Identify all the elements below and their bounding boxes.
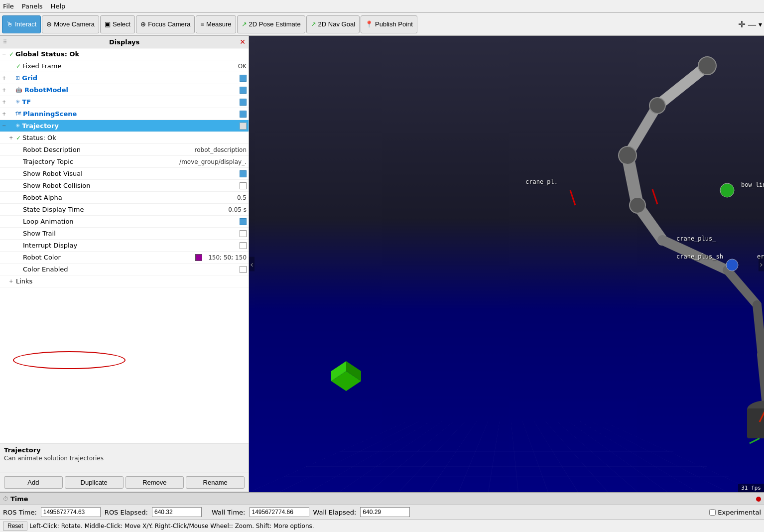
tree-item-interrupt-display[interactable]: Interrupt Display (0, 240, 249, 252)
toolbar-pose-estimate[interactable]: ↗ 2D Pose Estimate (237, 15, 305, 33)
time-clock-icon: ⏱ (3, 496, 8, 502)
tree-expand-links[interactable]: + (9, 278, 16, 284)
tree-item-fixed-frame[interactable]: ✓ Fixed Frame OK (0, 60, 249, 72)
tree-item-traj-topic[interactable]: Trajectory Topic /move_group/display_. (0, 156, 249, 168)
tree-checkbox-planningscene[interactable] (240, 111, 247, 118)
toolbar-plus-icon[interactable]: ✛ (738, 19, 746, 29)
displays-close-button[interactable]: ✕ (240, 38, 246, 46)
tree-item-traj-status[interactable]: + ✓ Status: Ok (0, 132, 249, 144)
tree-label-interrupt-display: Interrupt Display (23, 242, 130, 249)
tree-label-robot-desc: Robot Description (23, 146, 191, 153)
tree-checkbox-tf[interactable] (240, 99, 247, 106)
time-header: ⏱ Time (0, 493, 764, 505)
remove-button[interactable]: Remove (126, 476, 184, 489)
nav-goal-label: 2D Nav Goal (318, 20, 355, 28)
move-camera-label: Move Camera (54, 20, 95, 28)
tree-label-robotmodel: RobotModel (24, 86, 131, 94)
robot-color-swatch (195, 254, 202, 261)
tree-item-trajectory[interactable]: − ✓ ✳ Trajectory (0, 120, 249, 132)
tree-checkbox-grid[interactable] (240, 75, 247, 82)
tree-expand-robotmodel[interactable]: + (2, 87, 9, 93)
ros-time-input[interactable] (41, 507, 101, 517)
tree-checkbox-robotmodel[interactable] (240, 87, 247, 94)
tree-item-show-robot-visual[interactable]: Show Robot Visual (0, 168, 249, 180)
viewport-collapse-right[interactable]: › (759, 257, 764, 271)
tree-label-robot-alpha: Robot Alpha (23, 194, 233, 201)
tree-item-state-display-time[interactable]: State Display Time 0.05 s (0, 204, 249, 216)
menu-panels[interactable]: Panels (22, 2, 43, 10)
menu-file[interactable]: File (3, 2, 14, 10)
tree-checkbox-show-trail[interactable] (240, 230, 247, 237)
add-button[interactable]: Add (4, 476, 63, 489)
wall-time-input[interactable] (250, 507, 309, 517)
tree-item-show-robot-collision[interactable]: Show Robot Collision (0, 180, 249, 192)
tree-checkbox-color-enabled[interactable] (240, 266, 247, 273)
tree-checkbox-interrupt-display[interactable] (240, 242, 247, 249)
toolbar-chevron-icon[interactable]: ▾ (759, 20, 762, 28)
tree-label-planningscene: PlanningScene (23, 110, 130, 118)
tree-item-color-enabled[interactable]: Color Enabled (0, 264, 249, 275)
toolbar-select[interactable]: ▣ Select (100, 15, 135, 33)
tree-checkbox-loop-animation[interactable] (240, 218, 247, 225)
wall-elapsed-input[interactable] (360, 507, 410, 517)
tree-label-state-display-time: State Display Time (23, 206, 224, 213)
tree[interactable]: − ✓ Global Status: Ok ✓ Fixed Frame OK +… (0, 48, 249, 443)
tree-item-global-status[interactable]: − ✓ Global Status: Ok (0, 48, 249, 60)
tree-item-tf[interactable]: + ✓ ✳ TF (0, 96, 249, 108)
tree-checkbox-show-robot-collision[interactable] (240, 182, 247, 189)
measure-label: Measure (206, 20, 232, 28)
vp-label-crane-plus-sh: crane_plus_sh (676, 253, 723, 260)
experimental-checkbox[interactable] (709, 509, 716, 516)
ros-elapsed-label: ROS Elapsed: (105, 509, 148, 516)
toolbar-publish-point[interactable]: 📍 Publish Point (361, 15, 417, 33)
reset-button[interactable]: Reset (3, 522, 27, 531)
viewport[interactable]: crane_pl. bow_link crane_plus_ der_flex_… (249, 36, 764, 492)
tree-item-planningscene[interactable]: + ✓ 🗺 PlanningScene (0, 108, 249, 120)
tree-checkbox-show-robot-visual[interactable] (240, 170, 247, 177)
tree-value-fixed-frame: OK (238, 63, 247, 70)
tree-expand-global-status[interactable]: − (2, 51, 9, 57)
toolbar-move-camera[interactable]: ⊕ Move Camera (42, 15, 99, 33)
toolbar-minus-icon[interactable]: — (748, 19, 757, 29)
focus-camera-label: Focus Camera (148, 20, 190, 28)
vp-label-bow-link: bow_link (741, 181, 764, 188)
tree-label-color-enabled: Color Enabled (23, 266, 130, 273)
menu-help[interactable]: Help (51, 2, 66, 10)
tree-label-global-status: Global Status: Ok (15, 50, 247, 58)
tree-item-robot-desc[interactable]: Robot Description robot_description (0, 144, 249, 156)
tree-item-robot-color[interactable]: Robot Color 150; 50; 150 (0, 252, 249, 264)
viewport-collapse-left[interactable]: ‹ (249, 257, 255, 271)
toolbar-focus-camera[interactable]: ⊕ Focus Camera (136, 15, 195, 33)
displays-header: ⠿ Displays ✕ (0, 36, 249, 48)
tree-label-trajectory: Trajectory (22, 122, 129, 130)
toolbar-interact[interactable]: 🖱 Interact (2, 15, 41, 33)
tree-value-traj-topic: /move_group/display_. (179, 158, 247, 165)
tree-item-loop-animation[interactable]: Loop Animation (0, 216, 249, 228)
toolbar-measure[interactable]: ≡ Measure (196, 15, 236, 33)
rename-button[interactable]: Rename (186, 476, 245, 489)
tree-item-robot-alpha[interactable]: Robot Alpha 0.5 (0, 192, 249, 204)
toolbar-nav-goal[interactable]: ↗ 2D Nav Goal (306, 15, 360, 33)
tree-check-global-status: ✓ (9, 51, 14, 58)
tree-expand-tf[interactable]: + (2, 99, 9, 105)
duplicate-button[interactable]: Duplicate (65, 476, 124, 489)
select-icon: ▣ (105, 20, 111, 28)
tree-item-show-trail[interactable]: Show Trail (0, 228, 249, 240)
pose-estimate-icon: ↗ (242, 20, 247, 28)
tree-item-links[interactable]: + Links (0, 275, 249, 287)
tree-item-robotmodel[interactable]: + ✓ 🤖 RobotModel (0, 84, 249, 96)
tree-expand-grid[interactable]: + (2, 75, 9, 81)
displays-drag-icon: ⠿ (3, 39, 7, 45)
tree-expand-traj-status[interactable]: + (9, 135, 16, 140)
tree-checkbox-trajectory[interactable] (240, 123, 247, 130)
tree-expand-planningscene[interactable]: + (2, 111, 9, 117)
hint-text: Left-Click: Rotate. Middle-Click: Move X… (29, 523, 314, 530)
tree-label-show-trail: Show Trail (23, 230, 130, 237)
tree-label-robot-color: Robot Color (23, 254, 109, 261)
experimental-checkbox-group: Experimental (709, 509, 761, 516)
menubar: File Panels Help (0, 0, 764, 13)
tree-expand-trajectory[interactable]: − (2, 123, 9, 129)
ros-elapsed-input[interactable] (152, 507, 202, 517)
tree-item-grid[interactable]: + ✓ ⊞ Grid (0, 72, 249, 84)
tree-label-show-robot-visual: Show Robot Visual (23, 170, 130, 177)
